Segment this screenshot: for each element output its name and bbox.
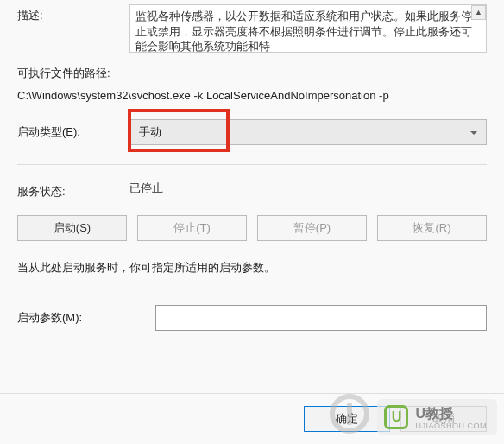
startup-type-value: 手动 <box>139 124 161 140</box>
divider <box>17 164 487 165</box>
startup-note: 当从此处启动服务时，你可指定所适用的启动参数。 <box>17 260 487 276</box>
resume-button: 恢复(R) <box>377 215 487 241</box>
start-button[interactable]: 启动(S) <box>17 215 127 241</box>
exe-path-value: C:\Windows\system32\svchost.exe -k Local… <box>17 87 487 105</box>
description-text: 监视各种传感器，以公开数据和适应系统和用户状态。如果此服务停止或禁用，显示器亮度… <box>135 10 472 53</box>
dialog-footer: 确定 取消 <box>0 393 504 444</box>
description-label: 描述: <box>17 4 129 23</box>
ok-button[interactable]: 确定 <box>304 406 390 432</box>
control-buttons: 启动(S) 停止(T) 暂停(P) 恢复(R) <box>17 215 487 241</box>
service-properties-dialog: 描述: 监视各种传感器，以公开数据和适应系统和用户状态。如果此服务停止或禁用，显… <box>0 0 504 444</box>
service-status-row: 服务状态: 已停止 <box>17 181 487 200</box>
exe-path-block: 可执行文件的路径: C:\Windows\system32\svchost.ex… <box>17 65 487 104</box>
stop-button: 停止(T) <box>137 215 247 241</box>
service-status-value: 已停止 <box>129 181 163 200</box>
service-status-label: 服务状态: <box>17 181 129 200</box>
start-params-input[interactable] <box>155 305 487 331</box>
content-area: 描述: 监视各种传感器，以公开数据和适应系统和用户状态。如果此服务停止或禁用，显… <box>0 0 504 331</box>
start-params-label: 启动参数(M): <box>17 310 155 326</box>
startup-type-label: 启动类型(E): <box>17 124 129 140</box>
startup-type-row: 启动类型(E): 手动 <box>17 119 487 145</box>
description-row: 描述: 监视各种传感器，以公开数据和适应系统和用户状态。如果此服务停止或禁用，显… <box>17 4 487 53</box>
start-params-row: 启动参数(M): <box>17 305 487 331</box>
description-textbox[interactable]: 监视各种传感器，以公开数据和适应系统和用户状态。如果此服务停止或禁用，显示器亮度… <box>129 4 487 53</box>
cancel-button[interactable]: 取消 <box>400 406 487 432</box>
pause-button: 暂停(P) <box>257 215 367 241</box>
exe-path-label: 可执行文件的路径: <box>17 65 487 82</box>
startup-type-dropdown[interactable]: 手动 <box>129 119 487 145</box>
scroll-up-icon[interactable]: ▲ <box>471 5 486 20</box>
